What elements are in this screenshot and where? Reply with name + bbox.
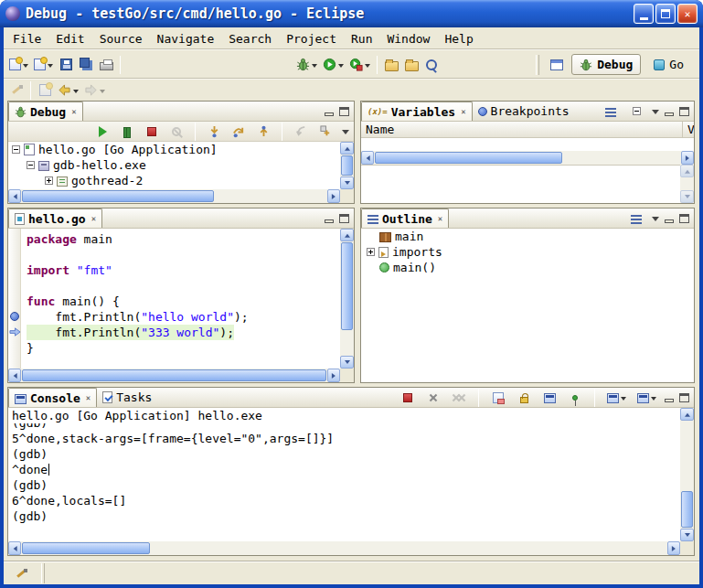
show-on-output-button[interactable] [539, 387, 559, 409]
new-wizard-button[interactable] [6, 54, 31, 76]
scrollbar-thumb[interactable] [22, 190, 214, 202]
variables-detail-pane[interactable] [361, 165, 680, 203]
next-annotation-button[interactable] [35, 81, 55, 100]
scroll-left-arrow[interactable] [361, 151, 374, 165]
close-tab-icon[interactable]: ✕ [86, 393, 91, 402]
column-value[interactable]: V [683, 122, 694, 137]
perspective-go-button[interactable]: Go [645, 54, 692, 75]
close-tab-icon[interactable]: ✕ [71, 107, 76, 116]
detail-vertical-scrollbar[interactable] [680, 165, 694, 203]
console-output[interactable]: (gdb) 5^done,stack-args=[frame={level="0… [8, 423, 680, 541]
breakpoint-icon[interactable] [10, 312, 19, 321]
menu-run[interactable]: Run [344, 29, 379, 48]
step-over-button[interactable] [229, 121, 249, 143]
last-edit-location-button[interactable] [6, 81, 27, 100]
minimize-view-button[interactable] [665, 399, 674, 402]
maximize-button[interactable] [655, 4, 676, 24]
search-button[interactable] [421, 54, 442, 76]
expander-collapsed-icon[interactable] [45, 176, 53, 185]
scroll-up-arrow[interactable] [680, 408, 694, 421]
code-area[interactable]: package main import "fmt" func main() { … [21, 229, 340, 369]
collapse-all-button[interactable] [626, 101, 646, 123]
scroll-lock-button[interactable] [514, 387, 534, 409]
debug-button[interactable] [293, 54, 320, 76]
sort-button[interactable] [626, 208, 646, 230]
close-tab-icon[interactable]: ✕ [461, 107, 465, 116]
titlebar[interactable]: Debug - testGo/src/cmd/hello.go - Eclips… [0, 0, 703, 27]
scrollbar-thumb[interactable] [341, 155, 353, 176]
view-menu-icon[interactable] [652, 217, 659, 225]
menu-project[interactable]: Project [279, 29, 344, 48]
scrollbar-thumb[interactable] [681, 491, 693, 528]
step-into-button[interactable] [204, 121, 224, 143]
variables-table[interactable]: Name V [361, 122, 694, 203]
maximize-view-button[interactable] [339, 214, 349, 223]
perspective-debug-button[interactable]: Debug [571, 54, 641, 75]
run-button[interactable] [320, 54, 346, 76]
open-perspective-button[interactable] [547, 54, 567, 76]
tab-console[interactable]: Console ✕ [8, 388, 97, 407]
step-filters-button[interactable] [315, 121, 336, 143]
tab-hello-go[interactable]: hello.go ✕ [8, 208, 102, 228]
tree-row-thread[interactable]: gothread-2 [8, 173, 340, 188]
terminate-button[interactable] [142, 121, 162, 143]
fast-view-button[interactable] [11, 562, 31, 584]
open-console-dropdown[interactable] [634, 387, 659, 409]
print-button[interactable] [96, 54, 116, 76]
outline-tree[interactable]: main imports main() [361, 229, 694, 382]
scrollbar-thumb[interactable] [22, 542, 150, 554]
perspective-bar-grip[interactable] [536, 55, 539, 75]
tab-breakpoints[interactable]: Breakpoints [473, 102, 575, 121]
tree-row-launch[interactable]: hello.go [Go Application] [8, 142, 340, 157]
scroll-right-arrow[interactable] [681, 151, 694, 165]
disconnect-button[interactable] [166, 121, 186, 143]
minimize-view-button[interactable] [665, 112, 674, 116]
minimize-view-button[interactable] [325, 219, 334, 223]
scroll-left-arrow[interactable] [8, 541, 21, 555]
menu-help[interactable]: Help [437, 29, 480, 48]
scroll-left-arrow[interactable] [8, 369, 21, 382]
new-element-button[interactable] [31, 54, 56, 76]
tab-debug[interactable]: Debug ✕ [8, 102, 83, 121]
minimize-view-button[interactable] [665, 219, 674, 223]
scroll-down-arrow[interactable] [340, 176, 354, 189]
view-menu-icon[interactable] [342, 130, 349, 138]
maximize-view-button[interactable] [679, 393, 689, 402]
expander-collapsed-icon[interactable] [367, 248, 375, 256]
open-type-button[interactable] [381, 54, 401, 76]
show-type-names-button[interactable] [601, 101, 621, 123]
scroll-right-arrow[interactable] [327, 369, 340, 382]
close-button[interactable]: ✕ [677, 4, 698, 24]
variables-horizontal-scrollbar[interactable] [361, 151, 694, 165]
pin-console-button[interactable] [565, 387, 585, 409]
back-button[interactable] [55, 81, 81, 100]
remove-all-launches-button[interactable] [449, 387, 469, 409]
variables-empty-area[interactable] [361, 138, 694, 151]
minimize-button[interactable] [634, 4, 654, 24]
tab-variables[interactable]: (x)= Variables ✕ [361, 102, 473, 121]
scroll-up-arrow[interactable] [340, 142, 354, 155]
scroll-up-arrow[interactable] [340, 229, 354, 241]
close-tab-icon[interactable]: ✕ [438, 214, 442, 223]
tab-outline[interactable]: Outline ✕ [361, 208, 449, 228]
forward-button[interactable] [81, 81, 108, 100]
column-name[interactable]: Name [361, 122, 683, 137]
editor-vertical-scrollbar[interactable] [340, 229, 354, 369]
debug-tree[interactable]: hello.go [Go Application] gdb-hello.exe … [8, 142, 354, 203]
outline-row-imports[interactable]: imports [361, 244, 694, 260]
scroll-down-arrow[interactable] [340, 356, 354, 369]
outline-row-package[interactable]: main [361, 229, 694, 244]
tab-tasks[interactable]: Tasks [97, 388, 157, 407]
suspend-button[interactable] [117, 121, 137, 143]
scrollbar-thumb[interactable] [22, 369, 326, 381]
clear-console-button[interactable] [488, 387, 508, 409]
console-horizontal-scrollbar[interactable] [8, 541, 680, 555]
save-all-button[interactable] [76, 54, 96, 76]
view-menu-icon[interactable] [652, 110, 659, 118]
debug-horizontal-scrollbar[interactable] [8, 189, 340, 203]
expander-expanded-icon[interactable] [27, 161, 35, 169]
scroll-left-arrow[interactable] [8, 189, 21, 203]
menu-edit[interactable]: Edit [48, 29, 91, 48]
scroll-down-arrow[interactable] [680, 529, 694, 541]
scroll-up-arrow[interactable] [680, 165, 694, 177]
